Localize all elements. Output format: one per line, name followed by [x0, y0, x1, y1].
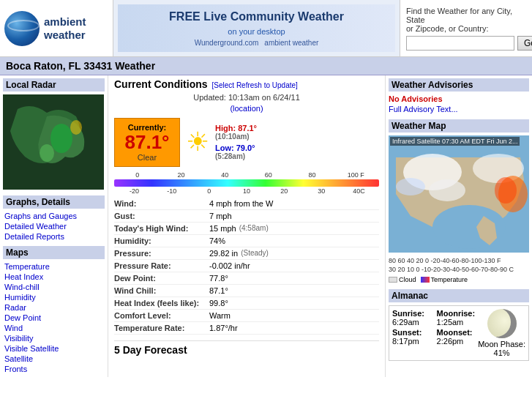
comfort-value: Warm — [209, 311, 231, 320]
sidebar-link-visible-satellite[interactable]: Visible Satellite — [3, 343, 105, 354]
almanac-sunset: Sunset: 8:17pm — [392, 328, 431, 346]
sidebar-link-detailed-reports[interactable]: Detailed Reports — [3, 231, 105, 242]
sidebar-radar-title: Local Radar — [3, 78, 105, 92]
pressure-label: Pressure: — [114, 249, 209, 258]
moonrise-value: 1:25am — [437, 318, 464, 327]
moonset-label: Moonset: — [437, 328, 473, 337]
full-advisory-link[interactable]: Full Advisory Text... — [389, 105, 529, 113]
temp-legend-label: Temperature — [431, 276, 468, 283]
globe-icon — [4, 11, 40, 46]
sidebar-link-humidity[interactable]: Humidity — [3, 292, 105, 302]
almanac-sunset-row: Sunset: 8:17pm Moonset: 2:26pm — [392, 328, 475, 346]
currently-temp: 87.1° — [122, 132, 172, 153]
sidebar-link-heat-index[interactable]: Heat Index — [3, 272, 105, 282]
sidebar-graphs-title: Graphs, Details — [3, 195, 105, 209]
temp-color-bar: 0 20 40 60 80 100 F -20 -10 0 10 20 30 4… — [114, 171, 379, 195]
gust-label: Gust: — [114, 212, 209, 220]
pressure-sub: (Steady) — [241, 249, 269, 258]
right-panel: Weather Advisories No Advisories Full Ad… — [386, 75, 532, 377]
sidebar-link-radar[interactable]: Radar — [3, 302, 105, 313]
weather-map-title: Weather Map — [389, 119, 529, 133]
dew-point-label: Dew Point: — [114, 274, 209, 283]
sidebar-link-graphs-gauges[interactable]: Graphs and Gauges — [3, 211, 105, 221]
sunset-value: 8:17pm — [392, 337, 419, 346]
temp-rate-label: Temperature Rate: — [114, 324, 209, 332]
table-row: Dew Point: 77.8° — [114, 272, 379, 285]
almanac-sunrise-row: Sunrise: 6:29am Moonrise: 1:25am — [392, 309, 475, 327]
sidebar-link-temperature[interactable]: Temperature — [3, 261, 105, 272]
radar-content — [3, 94, 104, 190]
sunrise-label: Sunrise: — [392, 309, 424, 318]
humidity-label: Humidity: — [114, 236, 209, 245]
pressure-rate-label: Pressure Rate: — [114, 261, 209, 270]
moonrise-label: Moonrise: — [437, 309, 476, 318]
svg-point-10 — [429, 179, 465, 201]
heat-index-label: Heat Index (feels like): — [114, 299, 209, 307]
sidebar-link-wind[interactable]: Wind — [3, 323, 105, 333]
svg-point-11 — [396, 178, 425, 195]
location-link[interactable]: (location) — [230, 104, 263, 113]
svg-point-1 — [50, 124, 72, 153]
high-wind-value: 15 mph — [209, 224, 236, 233]
search-row: Go — [406, 36, 526, 51]
sidebar-link-satellite[interactable]: Satellite — [3, 354, 105, 364]
wind-value: 4 mph from the W — [209, 199, 273, 208]
logo-area: ambient weather — [0, 0, 113, 56]
sidebar-link-fronts[interactable]: Fronts — [3, 364, 105, 374]
wind-chill-label: Wind Chill: — [114, 286, 209, 295]
temp-color-bar-visual — [114, 179, 379, 187]
weather-data-rows: Wind: 4 mph from the W Gust: 7 mph Today… — [114, 198, 379, 335]
pressure-rate-value: -0.002 in/hr — [209, 261, 250, 270]
map-scale-f: 80 60 40 20 0 -20-40-60-80-100-130 F — [389, 257, 529, 264]
currently-block: Currently: 87.1° Clear — [114, 118, 180, 167]
refresh-link[interactable]: [Select Refresh to Update] — [212, 81, 298, 89]
logo-line1: ambient — [44, 15, 86, 29]
temp-swatch — [421, 277, 430, 283]
current-conditions-header: Current Conditions [Select Refresh to Up… — [114, 78, 379, 90]
go-button[interactable]: Go — [517, 36, 532, 51]
center-panel: Current Conditions [Select Refresh to Up… — [108, 75, 386, 377]
table-row: Wind Chill: 87.1° — [114, 285, 379, 297]
sidebar-link-wind-chill[interactable]: Wind-chill — [3, 282, 105, 292]
high-time: (10:10am) — [215, 133, 257, 141]
svg-point-3 — [70, 120, 82, 135]
humidity-value: 74% — [209, 236, 225, 245]
temp-bar-c-labels: -20 -10 0 10 20 30 40C — [114, 187, 379, 195]
sidebar: Local Radar Graphs, Details Graphs and G… — [0, 75, 108, 377]
sidebar-link-dew-point[interactable]: Dew Point — [3, 313, 105, 323]
sidebar-link-detailed-weather[interactable]: Detailed Weather — [3, 221, 105, 231]
almanac-box: Sunrise: 6:29am Moonrise: 1:25am Sunset:… — [389, 305, 529, 361]
heat-index-value: 99.8° — [209, 299, 228, 307]
page-title: Boca Raton, FL 33431 Weather — [0, 57, 532, 75]
pressure-value: 29.82 in — [209, 249, 238, 258]
table-row: Humidity: 74% — [114, 235, 379, 247]
high-low-block: High: 87.1° (10:10am) Low: 79.0° (5:28am… — [215, 124, 257, 160]
radar-svg — [3, 94, 104, 190]
location-link-area: (location) — [114, 103, 379, 113]
almanac-sunrise: Sunrise: 6:29am — [392, 309, 431, 327]
search-area: Find the Weather for any City, State or … — [400, 0, 532, 56]
logo-line2: weather — [44, 29, 86, 42]
temp-rate-value: 1.87°/hr — [209, 324, 238, 332]
no-advisories-text: No Advisories — [389, 94, 529, 103]
conditions-box: Currently: 87.1° Clear ☀ High: 87.1° (10… — [114, 118, 379, 167]
weather-map-image: Infrared Satellite 07:30 AM EDT Fri Jun … — [389, 135, 529, 253]
map-scale-c: 30 20 10 0 -10-20-30-40-50-60-70-80-90 C — [389, 266, 529, 273]
sidebar-link-visibility[interactable]: Visibility — [3, 333, 105, 343]
logo-text: ambient weather — [44, 15, 86, 42]
low-label: Low: 79.0° — [215, 143, 255, 152]
banner-image: FREE Live Community Weather on your desk… — [118, 4, 395, 52]
sidebar-maps-title: Maps — [3, 246, 105, 259]
search-input[interactable] — [406, 36, 514, 51]
almanac-title: Almanac — [389, 289, 529, 302]
header: ambient weather FREE Live Community Weat… — [0, 0, 532, 57]
radar-image — [3, 94, 104, 190]
search-label: Find the Weather for any City, State or … — [406, 7, 526, 33]
wind-label: Wind: — [114, 199, 209, 208]
wind-chill-value: 87.1° — [209, 286, 228, 295]
sunset-label: Sunset: — [392, 328, 422, 337]
almanac-moonrise: Moonrise: 1:25am — [437, 309, 476, 327]
table-row: Comfort Level: Warm — [114, 310, 379, 322]
cloud-label: Cloud — [399, 276, 416, 283]
banner-logo-wu: Wunderground.com — [195, 39, 259, 47]
